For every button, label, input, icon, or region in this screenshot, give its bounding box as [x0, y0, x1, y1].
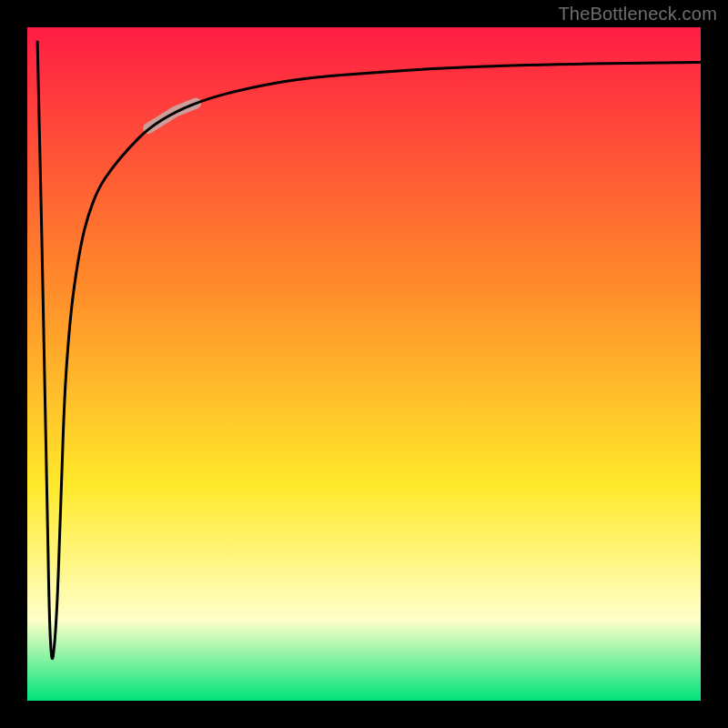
- chart-canvas: [27, 27, 701, 701]
- plot-area: [27, 27, 701, 701]
- gradient-background: [27, 27, 701, 701]
- watermark-text: TheBottleneck.com: [558, 4, 717, 25]
- outer-frame: TheBottleneck.com: [0, 0, 728, 728]
